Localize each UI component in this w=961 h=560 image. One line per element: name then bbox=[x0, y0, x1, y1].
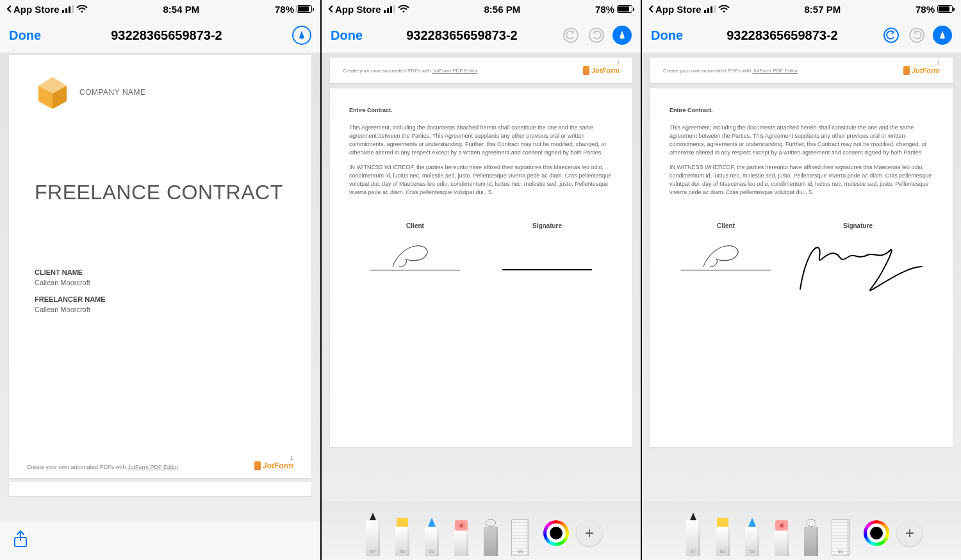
svg-point-13 bbox=[402, 10, 404, 12]
battery-icon bbox=[617, 5, 634, 13]
paragraph-2: IN WITNESS WHEREOF, the parties hereunto… bbox=[349, 163, 613, 197]
markup-toolbar: 97 80 50 ✕ 80 + bbox=[322, 501, 641, 560]
bottom-toolbar bbox=[0, 522, 320, 560]
battery-percent: 78% bbox=[275, 4, 294, 15]
markup-pen-icon bbox=[937, 30, 948, 40]
client-signature-icon bbox=[370, 235, 460, 273]
ruler-tool[interactable]: 80 bbox=[828, 506, 853, 556]
back-chevron-icon bbox=[648, 5, 654, 13]
color-picker-button[interactable] bbox=[543, 520, 569, 546]
svg-rect-1 bbox=[65, 8, 67, 13]
signature-block[interactable]: Signature bbox=[502, 222, 592, 273]
add-tool-button[interactable]: + bbox=[577, 520, 602, 546]
svg-rect-18 bbox=[710, 6, 712, 13]
status-bar: App Store 8:56 PM 78% bbox=[322, 0, 641, 18]
svg-rect-16 bbox=[704, 10, 706, 13]
document-title: 93228365659873-2 bbox=[406, 28, 518, 43]
back-to-app[interactable]: App Store bbox=[6, 4, 60, 15]
redo-icon bbox=[588, 27, 605, 44]
signature-block[interactable]: Signature bbox=[794, 222, 922, 305]
highlighter-tool[interactable]: 80 bbox=[390, 506, 415, 556]
svg-rect-19 bbox=[714, 5, 716, 13]
jotform-logo-icon: JotForm bbox=[903, 66, 940, 75]
svg-rect-12 bbox=[393, 5, 395, 13]
section-heading: Entire Contract. bbox=[349, 106, 393, 115]
highlighter-tool[interactable]: 80 bbox=[710, 506, 735, 556]
lasso-tool[interactable] bbox=[798, 506, 824, 556]
pencil-tool[interactable]: 50 bbox=[419, 506, 445, 556]
document-title: 93228365659873-2 bbox=[727, 28, 838, 43]
nav-bar: Done 93228365659873-2 bbox=[322, 18, 641, 53]
share-button[interactable] bbox=[13, 530, 28, 552]
ruler-tool[interactable]: 80 bbox=[507, 506, 533, 556]
current-color-icon bbox=[550, 527, 563, 539]
user-drawn-signature-icon bbox=[787, 228, 928, 305]
prev-page-footer-peek: Create your own automated PDFs with JotF… bbox=[650, 58, 953, 83]
undo-button[interactable] bbox=[882, 26, 901, 45]
client-signature-icon bbox=[681, 235, 771, 273]
markup-toolbar: 97 80 50 ✕ 80 + bbox=[642, 501, 961, 560]
freelancer-name-value: Callean Moorcroft bbox=[35, 306, 286, 313]
wifi-icon bbox=[398, 4, 409, 15]
battery-percent: 78% bbox=[916, 4, 935, 15]
jotform-link[interactable]: JotForm PDF Editor bbox=[432, 68, 478, 74]
eraser-tool[interactable]: ✕ bbox=[448, 506, 474, 556]
pdf-page-7: Entire Contract. This Agreement, includi… bbox=[330, 88, 632, 447]
svg-point-20 bbox=[723, 10, 725, 12]
back-to-app[interactable]: App Store bbox=[328, 4, 381, 15]
done-button[interactable]: Done bbox=[331, 28, 363, 43]
markup-button[interactable] bbox=[933, 26, 952, 45]
eraser-tool[interactable]: ✕ bbox=[769, 506, 794, 556]
section-heading: Entire Contract. bbox=[669, 106, 713, 115]
phone-screen-2: App Store 8:56 PM 78% Done 9322836565987… bbox=[320, 0, 641, 560]
done-button[interactable]: Done bbox=[9, 28, 41, 43]
redo-button bbox=[907, 26, 926, 45]
plus-icon: + bbox=[905, 524, 914, 542]
battery-icon bbox=[297, 5, 314, 13]
svg-rect-3 bbox=[72, 5, 74, 13]
jotform-logo-icon: JotForm bbox=[583, 66, 620, 75]
page-footer: Create your own automated PDFs with JotF… bbox=[27, 461, 293, 470]
color-picker-button[interactable] bbox=[864, 520, 889, 546]
prev-page-footer-peek: Create your own automated PDFs with JotF… bbox=[330, 58, 632, 83]
document-viewport[interactable]: COMPANY NAME FREELANCE CONTRACT CLIENT N… bbox=[0, 53, 320, 522]
done-button[interactable]: Done bbox=[651, 28, 683, 43]
svg-rect-2 bbox=[69, 6, 70, 13]
client-signature-block: Client bbox=[370, 222, 460, 273]
redo-icon bbox=[908, 27, 925, 44]
contract-title: FREELANCE CONTRACT bbox=[35, 181, 286, 204]
pdf-page-1: COMPANY NAME FREELANCE CONTRACT CLIENT N… bbox=[9, 55, 311, 478]
wifi-icon bbox=[76, 4, 88, 15]
clock: 8:54 PM bbox=[163, 4, 199, 15]
svg-rect-9 bbox=[384, 10, 386, 13]
current-color-icon bbox=[870, 527, 883, 539]
back-to-app[interactable]: App Store bbox=[648, 4, 702, 15]
battery-icon bbox=[937, 5, 955, 13]
undo-button bbox=[561, 26, 580, 45]
svg-point-4 bbox=[81, 10, 83, 12]
add-tool-button[interactable]: + bbox=[897, 520, 923, 546]
pencil-tool[interactable]: 50 bbox=[739, 506, 765, 556]
markup-pen-icon bbox=[617, 30, 627, 40]
client-signature-block: Client bbox=[681, 222, 771, 305]
share-icon bbox=[13, 530, 28, 549]
document-viewport[interactable]: Create your own automated PDFs with JotF… bbox=[322, 53, 641, 501]
paragraph-2: IN WITNESS WHEREOF, the parties hereunto… bbox=[669, 163, 933, 197]
jotform-link[interactable]: JotForm PDF Editor bbox=[753, 68, 798, 74]
company-logo-icon bbox=[35, 74, 70, 110]
markup-button[interactable] bbox=[292, 26, 311, 45]
cell-signal-icon bbox=[384, 5, 395, 13]
jotform-link[interactable]: JotForm PDF Editor bbox=[127, 464, 179, 470]
svg-rect-11 bbox=[390, 6, 392, 13]
nav-bar: Done 93228365659873-2 bbox=[642, 18, 961, 53]
redo-button bbox=[587, 26, 606, 45]
document-title: 93228365659873-2 bbox=[111, 28, 222, 43]
markup-button[interactable] bbox=[612, 26, 632, 45]
document-viewport[interactable]: Create your own automated PDFs with JotF… bbox=[642, 53, 961, 501]
lasso-tool[interactable] bbox=[478, 506, 504, 556]
markup-pen-icon bbox=[297, 30, 307, 40]
freelancer-name-label: FREELANCER NAME bbox=[35, 295, 286, 303]
pen-tool[interactable]: 97 bbox=[360, 506, 386, 556]
pen-tool[interactable]: 97 bbox=[680, 506, 706, 556]
phone-screen-1: App Store 8:54 PM 78% Done 9322836565987… bbox=[0, 0, 320, 560]
